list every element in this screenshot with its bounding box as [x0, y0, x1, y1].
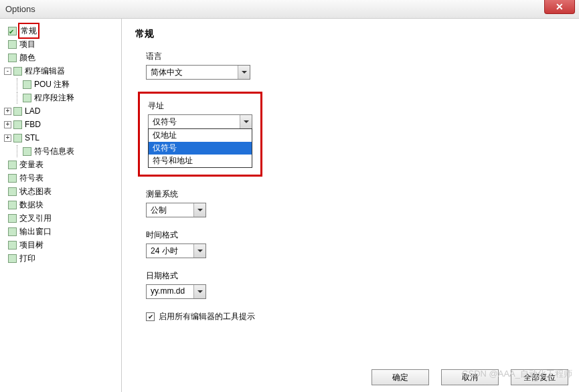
tree-item-label: 交叉引用 — [19, 212, 52, 224]
tree-item[interactable]: +STL — [3, 131, 118, 144]
tree-item[interactable]: 变量表 — [3, 158, 118, 171]
measurement-label: 测量系统 — [146, 189, 566, 200]
tree-node-icon — [13, 67, 22, 76]
tree-node-icon — [23, 80, 31, 89]
tree-item[interactable]: 常规 — [3, 24, 118, 37]
page-title: 常规 — [135, 28, 566, 40]
tree-node-icon — [8, 40, 17, 49]
close-icon: ✕ — [556, 1, 564, 12]
addressing-select[interactable]: 仅符号 — [148, 114, 252, 129]
tree-node-icon — [8, 254, 17, 263]
tree-item[interactable]: 符号表 — [3, 171, 118, 185]
tree-node-icon — [8, 174, 17, 183]
plus-icon[interactable]: + — [4, 121, 11, 128]
tree-item-label: 项目 — [19, 38, 35, 50]
tree-node-icon — [13, 120, 22, 129]
time-format-label: 时间格式 — [146, 229, 566, 241]
tree-item-label: 项目树 — [19, 239, 44, 251]
tree-item[interactable]: 颜色 — [3, 51, 118, 64]
dropdown-option[interactable]: 仅地址 — [149, 129, 252, 142]
sidebar: 常规项目颜色-程序编辑器POU 注释程序段注释+LAD+FBD+STL符号信息表… — [0, 19, 122, 392]
tree-node-icon — [8, 27, 17, 35]
chevron-down-icon — [193, 203, 205, 217]
addressing-highlight-box: 寻址 仅符号 仅地址仅符号符号和地址 — [138, 92, 262, 177]
tree-node-icon — [8, 227, 17, 236]
date-format-label: 日期格式 — [146, 270, 566, 282]
dropdown-option[interactable]: 仅符号 — [149, 142, 252, 155]
tree-item-label: LAD — [25, 105, 40, 117]
tree-node-icon — [8, 214, 17, 223]
tree-node-icon — [8, 187, 17, 196]
tree-item-label: 变量表 — [19, 159, 44, 171]
date-format-field: 日期格式 yy.mm.dd — [146, 270, 566, 299]
tree-item[interactable]: 项目树 — [3, 238, 118, 252]
tree-item[interactable]: 符号信息表 — [3, 144, 118, 158]
watermark: CSDN @AAA_自动化工程师 — [462, 368, 572, 380]
tree-item[interactable]: 状态图表 — [3, 185, 118, 198]
chevron-down-icon — [240, 115, 252, 128]
chevron-down-icon — [193, 285, 205, 298]
tree-item[interactable]: POU 注释 — [3, 78, 118, 91]
tree-item[interactable]: 交叉引用 — [3, 211, 118, 225]
date-format-select[interactable]: yy.mm.dd — [146, 284, 206, 299]
tree-item[interactable]: +FBD — [3, 118, 118, 131]
measurement-select[interactable]: 公制 — [146, 203, 206, 217]
tooltip-checkbox-row[interactable]: ✔ 启用所有编辑器的工具提示 — [146, 311, 566, 322]
tooltip-checkbox-label: 启用所有编辑器的工具提示 — [159, 311, 255, 322]
chevron-down-icon — [193, 244, 205, 258]
tree-item-label: 符号信息表 — [34, 145, 74, 157]
tree-item[interactable]: 输出窗口 — [3, 225, 118, 238]
tree-node-icon — [8, 161, 17, 169]
tree-item[interactable]: 数据块 — [3, 198, 118, 211]
tree-item-label: FBD — [25, 118, 41, 130]
ok-button[interactable]: 确定 — [371, 369, 429, 385]
plus-icon[interactable]: + — [4, 134, 11, 142]
checkbox-icon: ✔ — [146, 312, 155, 321]
tree-item[interactable]: +LAD — [3, 104, 118, 118]
tree-item[interactable]: 打印 — [3, 252, 118, 265]
close-button[interactable]: ✕ — [544, 0, 575, 14]
titlebar: Options ✕ — [0, 0, 579, 19]
tree-item-label: 打印 — [19, 252, 35, 264]
addressing-dropdown[interactable]: 仅地址仅符号符号和地址 — [148, 128, 252, 168]
tree-item-label: 颜色 — [19, 52, 35, 64]
plus-icon[interactable]: + — [4, 108, 11, 115]
tree-item-label: POU 注释 — [34, 78, 70, 90]
tree-node-icon — [13, 107, 22, 116]
dropdown-option[interactable]: 符号和地址 — [149, 155, 252, 167]
tree-node-icon — [8, 241, 17, 250]
language-select[interactable]: 简体中文 — [146, 65, 250, 80]
tree-node-icon — [23, 147, 31, 156]
tree-item-label: 常规 — [18, 23, 39, 39]
tree-item-label: 状态图表 — [19, 185, 52, 197]
measurement-field: 测量系统 公制 — [146, 189, 566, 217]
tree-node-icon — [13, 134, 22, 142]
tree-item[interactable]: 程序段注释 — [3, 91, 118, 104]
time-format-select[interactable]: 24 小时 — [146, 243, 206, 258]
content-panel: 常规 语言 简体中文 寻址 仅符号 仅地址仅符号符号和地址 测量系统 公制 — [122, 19, 579, 392]
tree-node-icon — [23, 94, 31, 102]
tree-item-label: 程序编辑器 — [25, 65, 65, 77]
window-title: Options — [5, 4, 35, 14]
time-format-field: 时间格式 24 小时 — [146, 229, 566, 258]
tree-item[interactable]: 项目 — [3, 37, 118, 51]
minus-icon[interactable]: - — [4, 68, 11, 75]
tree-item-label: 数据块 — [19, 199, 44, 211]
language-field: 语言 简体中文 — [146, 51, 566, 80]
tree-node-icon — [8, 54, 17, 62]
tree-item-label: 程序段注释 — [34, 92, 74, 104]
tree-item-label: 输出窗口 — [19, 225, 52, 237]
tree-item[interactable]: -程序编辑器 — [3, 64, 118, 78]
tree-item-label: STL — [25, 132, 39, 144]
addressing-label: 寻址 — [148, 100, 252, 112]
tree-node-icon — [8, 201, 17, 209]
options-tree: 常规项目颜色-程序编辑器POU 注释程序段注释+LAD+FBD+STL符号信息表… — [3, 24, 118, 265]
chevron-down-icon — [238, 66, 250, 79]
language-label: 语言 — [146, 51, 566, 62]
tree-item-label: 符号表 — [19, 172, 44, 184]
